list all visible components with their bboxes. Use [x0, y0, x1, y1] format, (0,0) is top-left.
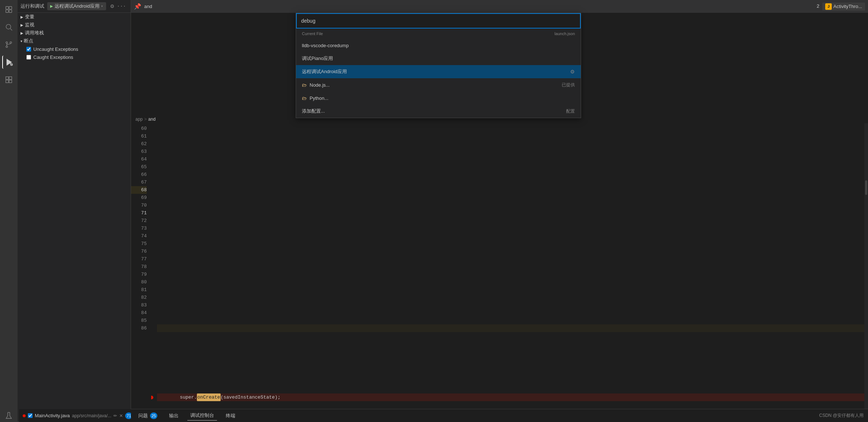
caught-exceptions-checkbox[interactable]	[26, 55, 31, 60]
current-file-section: Current File launch.json	[296, 29, 581, 39]
svg-rect-1	[9, 7, 12, 9]
code-line-69	[157, 347, 864, 355]
debug-config-selector[interactable]: ▶ 远程调试Android应用 ▾	[47, 2, 106, 10]
activity-bar	[0, 0, 18, 422]
source-control-icon[interactable]	[2, 38, 15, 51]
svg-rect-14	[6, 80, 8, 83]
dropdown-item-0[interactable]: lldb-vscode-coredump	[296, 39, 581, 52]
left-panel: 运行和调试 ▶ 远程调试Android应用 ▾ ⚙ ··· ▶ 变量 ▶ 监视 …	[18, 0, 131, 422]
debug-top-bar: 运行和调试 ▶ 远程调试Android应用 ▾ ⚙ ···	[18, 0, 131, 13]
terminal-label: 终端	[226, 412, 235, 419]
file-tab-name: MainActivity.java	[35, 413, 70, 418]
item-label-3: Node.js...	[310, 82, 562, 88]
search-icon[interactable]	[2, 20, 15, 34]
variables-section[interactable]: ▶ 变量	[18, 13, 131, 21]
uncaught-exceptions-checkbox[interactable]	[26, 47, 31, 52]
dropdown-item-1[interactable]: 调试Piano应用	[296, 52, 581, 65]
svg-rect-12	[6, 77, 8, 79]
problems-tab[interactable]: 问题 25	[135, 411, 160, 421]
debug-dropdown: Current File launch.json lldb-vscode-cor…	[296, 13, 581, 118]
line-numbers: 60 61 62 63 64 65 66 67 68 69 70 71 72 7…	[131, 123, 151, 409]
file-tab-bar: MainActivity.java app/src/main/java/... …	[18, 409, 131, 422]
output-tab[interactable]: 输出	[166, 411, 182, 421]
debug-console-label: 调试控制台	[190, 412, 214, 419]
code-line-62	[157, 186, 864, 194]
code-71-pre: super.	[157, 393, 197, 401]
watch-label: 监视	[25, 22, 34, 28]
right-filename: ActivityThro...	[833, 4, 862, 9]
breakpoints-section[interactable]: ▾ 断点	[18, 37, 131, 45]
flask-icon[interactable]	[2, 409, 15, 422]
svg-rect-13	[9, 77, 12, 79]
settings-icon[interactable]: ⚙	[111, 3, 114, 10]
folder-icon-3: 🗁	[302, 82, 307, 88]
svg-point-7	[10, 42, 12, 44]
debug-console-tab[interactable]: 调试控制台	[187, 411, 217, 421]
chevron-down-icon: ▾	[101, 4, 103, 8]
code-line-60	[157, 140, 864, 148]
caught-exceptions-label: Caught Exceptions	[33, 54, 73, 60]
dropdown-item-2[interactable]: 远程调试Android应用 ⚙	[296, 65, 581, 78]
code-line-65	[157, 255, 864, 263]
edit-icon: ✏	[113, 413, 117, 418]
svg-point-8	[6, 46, 8, 48]
main-activity-tab[interactable]: MainActivity.java app/src/main/java/... …	[19, 409, 136, 422]
variables-arrow: ▶	[20, 15, 23, 19]
code-line-66	[157, 278, 864, 286]
line-num-right: 2	[816, 4, 819, 9]
svg-rect-2	[6, 10, 8, 12]
file-j-badge-area: J ActivityThro...	[822, 3, 865, 11]
item-label-4: Python...	[310, 95, 575, 101]
code-line-63	[157, 209, 864, 217]
dropdown-item-4[interactable]: 🗁 Python...	[296, 91, 581, 105]
code-line-70	[157, 370, 864, 378]
svg-rect-3	[9, 10, 12, 12]
svg-rect-15	[9, 80, 12, 83]
editor-area: 📌 and 2 J ActivityThro... Current File l…	[131, 0, 868, 422]
file-tab-checkbox[interactable]	[28, 413, 33, 418]
java-j-badge: J	[825, 3, 832, 10]
scroll-indicator[interactable]	[864, 123, 868, 409]
output-label: 输出	[169, 412, 179, 419]
code-content[interactable]: super.onCreate(savedInstanceState); bind…	[151, 123, 864, 409]
play-icon: ▶	[50, 3, 53, 9]
callstack-section[interactable]: ▶ 调用堆栈	[18, 29, 131, 37]
status-right-text: CSDN @安仔都有人用	[819, 412, 864, 419]
breakpoints-arrow: ▾	[20, 39, 22, 43]
svg-point-4	[6, 25, 11, 29]
file-tab-area: MainActivity.java app/src/main/java/... …	[18, 409, 131, 422]
problems-label: 问题	[138, 412, 148, 419]
item-label-0: lldb-vscode-coredump	[302, 43, 575, 48]
dropdown-item-5[interactable]: 添加配置... 配置	[296, 105, 581, 118]
code-71-method: onCreate	[197, 393, 220, 401]
item-label-1: 调试Piano应用	[302, 55, 575, 62]
problems-badge: 25	[150, 412, 157, 419]
config-name-label: 远程调试Android应用	[55, 3, 100, 10]
window-pin-icon: 📌	[134, 3, 141, 10]
terminal-tab[interactable]: 终端	[223, 411, 238, 421]
debug-sections: ▶ 变量 ▶ 监视 ▶ 调用堆栈 ▾ 断点 Uncaught Exception…	[18, 13, 131, 409]
more-icon[interactable]: ···	[117, 3, 126, 9]
run-debug-icon[interactable]	[2, 56, 15, 69]
item-gear-icon: ⚙	[570, 69, 575, 75]
debug-label: 运行和调试	[20, 3, 44, 10]
watch-section[interactable]: ▶ 监视	[18, 21, 131, 29]
code-71-post: (savedInstanceState);	[221, 393, 281, 401]
breadcrumb-app: app	[135, 117, 143, 122]
breadcrumb-and: and	[144, 4, 152, 9]
variables-label: 变量	[25, 14, 34, 20]
uncaught-exceptions-item[interactable]: Uncaught Exceptions	[18, 45, 131, 53]
caught-exceptions-item[interactable]: Caught Exceptions	[18, 53, 131, 61]
close-icon[interactable]: ✕	[119, 413, 123, 418]
dropdown-item-3[interactable]: 🗁 Node.js... 已提供	[296, 78, 581, 91]
dropdown-list: Current File launch.json lldb-vscode-cor…	[296, 29, 581, 118]
debug-search-input[interactable]	[296, 13, 581, 29]
svg-rect-0	[6, 7, 8, 9]
extensions-icon[interactable]	[2, 73, 15, 86]
code-line-67	[157, 301, 864, 309]
code-line-71: super.onCreate(savedInstanceState);	[157, 393, 864, 401]
bottom-panel: 问题 25 输出 调试控制台 终端 CSDN @安仔都有人用	[131, 409, 868, 422]
svg-marker-9	[7, 59, 12, 65]
explorer-icon[interactable]	[2, 3, 15, 16]
breadcrumb-and-label: and	[148, 117, 156, 122]
